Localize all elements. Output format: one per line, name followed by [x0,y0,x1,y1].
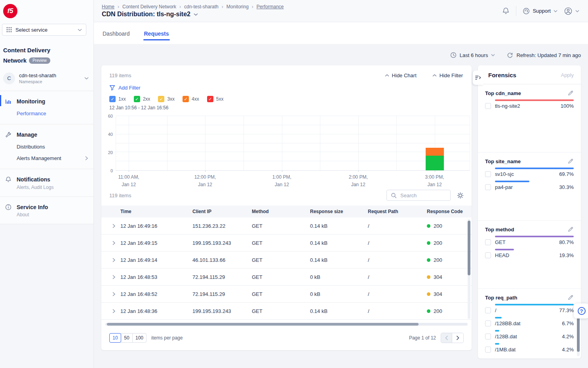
items-per-page-label: items per page [151,335,183,341]
table-row[interactable]: 12 Jan 16:49:1446.101.133.66GET0.14 kB/2… [101,252,472,269]
cell-client-ip: 46.101.133.66 [192,257,252,263]
forensics-section-top-cdn_name: Top cdn_nametls-ng-site2100% [478,84,581,153]
forensics-item-checkbox[interactable] [485,347,491,353]
sidebar-item-monitoring[interactable]: Monitoring [0,95,93,108]
support-menu[interactable]: Support [523,8,558,15]
forensics-item-checkbox[interactable] [485,307,491,313]
forensics-apply-button[interactable]: Apply [561,72,574,78]
expand-row-chevron-icon[interactable] [101,258,120,262]
tab-requests[interactable]: Requests [143,31,170,44]
forensics-item-row: /128BB.dat6.7% [495,320,574,326]
breadcrumb-item[interactable]: cdn-test-sharath [184,4,219,10]
page-title-dropdown[interactable]: CDN Distribution: tls-ng-site2 [102,11,284,18]
page-size-10[interactable]: 10 [109,333,121,343]
checkbox-2xx[interactable]: ✓ [134,96,140,102]
table-horizontal-scrollbar[interactable] [105,323,468,326]
hide-chart-button[interactable]: Hide Chart [385,72,417,78]
cell-method: GET [252,240,310,246]
hide-filter-button[interactable]: Hide Filter [432,72,463,78]
notifications-bell-icon[interactable] [502,7,510,15]
breadcrumb-item[interactable]: Performance [257,4,284,10]
cell-response-size: 0.14 kB [310,240,368,246]
scrollbar-thumb[interactable] [577,318,580,352]
forensics-item-checkbox[interactable] [485,184,491,190]
table-row[interactable]: 12 Jan 16:49:15199.195.193.243GET0.14 kB… [101,235,472,252]
status-filter-label: 5xx [216,96,224,102]
help-button[interactable]: ? [574,303,588,318]
account-menu[interactable] [564,7,579,15]
main-column: Home›Content Delivery Network›cdn-test-s… [94,0,588,368]
sidebar-item-sublabel: About [0,212,93,219]
sidebar-subitem-label: Alerts Management [17,155,61,161]
expand-row-chevron-icon[interactable] [101,224,120,228]
chart-vgridline [358,116,359,170]
scrollbar-thumb[interactable] [468,221,470,275]
edit-pencil-icon[interactable] [567,294,574,301]
refresh-button[interactable]: Refresh: Updated 7 min ago [507,52,581,58]
forensics-scrollbar[interactable] [577,314,580,356]
forensics-item-bar [495,304,574,305]
edit-pencil-icon[interactable] [567,158,574,164]
expand-row-chevron-icon[interactable] [101,309,120,313]
status-filter-label: 3xx [167,96,175,102]
table-row[interactable]: 12 Jan 16:48:5372.194.115.29GET0 kB/304 [101,269,472,286]
page-size-100[interactable]: 100 [132,333,147,343]
search-input[interactable] [400,192,446,199]
sidebar-item-manage[interactable]: Manage [0,128,93,141]
namespace-selector[interactable]: C cdn-test-sharath Namespace [3,72,89,84]
previous-page-button[interactable] [441,333,452,343]
forensics-collapse-button[interactable] [473,71,483,85]
table-row[interactable]: 12 Jan 16:48:36199.195.193.243GET0.14 kB… [101,303,472,320]
checkbox-3xx[interactable]: ✓ [158,96,164,102]
add-filter-button[interactable]: Add Filter [101,80,148,91]
select-service-dropdown[interactable]: Select service [2,24,86,36]
table-vertical-scrollbar[interactable] [468,219,470,319]
next-page-button[interactable] [452,333,463,343]
forensics-item-checkbox[interactable] [485,171,491,177]
table-settings-gear-icon[interactable] [457,192,464,199]
forensics-section-top-site_name: Top site_namesv10-sjc69.7%pa4-par30.3% [478,153,581,221]
forensics-item-checkbox[interactable] [485,320,491,326]
cell-client-ip: 199.195.193.243 [192,240,252,246]
page-size-50[interactable]: 50 [121,333,133,343]
expand-row-chevron-icon[interactable] [101,241,120,245]
cell-method: GET [252,308,310,314]
sidebar-item-performance[interactable]: Performance [0,108,93,119]
forensics-item-checkbox[interactable] [485,103,491,109]
checkbox-4xx[interactable]: ✓ [183,96,189,102]
scrollbar-thumb[interactable] [107,323,419,326]
forensics-item-checkbox[interactable] [485,252,491,258]
cell-response-code: 200 [427,257,472,263]
breadcrumb-item[interactable]: Content Delivery Network [122,4,176,10]
time-range-dropdown[interactable]: Last 6 hours [450,52,495,58]
edit-pencil-icon[interactable] [567,90,574,96]
chevron-down-icon [554,10,558,12]
breadcrumb-item[interactable]: Home [102,4,114,10]
sidebar-item-label: Notifications [17,176,50,183]
chart-y-axis: 0204060 [105,116,116,171]
chart-x-tick-date: Jan 12 [349,181,368,189]
table-search [386,190,451,201]
forensics-item-checkbox[interactable] [485,239,491,245]
table-row[interactable]: 12 Jan 16:49:16151.236.23.22GET0.14 kB/2… [101,217,472,235]
sidebar-item-sublabel: Alerts, Audit Logs [0,185,93,192]
table-row[interactable]: 12 Jan 16:48:5272.194.115.29GET0 kB/304 [101,286,472,303]
expand-row-chevron-icon[interactable] [101,292,120,296]
sidebar-item-alerts-management[interactable]: Alerts Management [0,153,93,164]
tab-dashboard[interactable]: Dashboard [102,31,131,44]
chart-vgridline [244,116,244,170]
status-filter-label: 1xx [118,96,126,102]
sidebar-item-distributions[interactable]: Distributions [0,141,93,153]
f5-logo[interactable]: f5 [3,4,17,18]
cell-response-size: 0.14 kB [310,308,368,314]
checkbox-1xx[interactable]: ✓ [109,96,116,102]
select-service-label: Select service [15,27,48,33]
expand-row-chevron-icon[interactable] [101,275,120,279]
edit-pencil-icon[interactable] [567,226,574,233]
checkbox-5xx[interactable]: ✓ [207,96,213,102]
forensics-item-percent: 30.3% [559,184,574,190]
breadcrumb-item[interactable]: Monitoring [226,4,249,10]
cell-response-code: 200 [427,308,472,314]
forensics-item: /1MB.dat4.2% [485,343,574,353]
forensics-item-checkbox[interactable] [485,334,491,339]
